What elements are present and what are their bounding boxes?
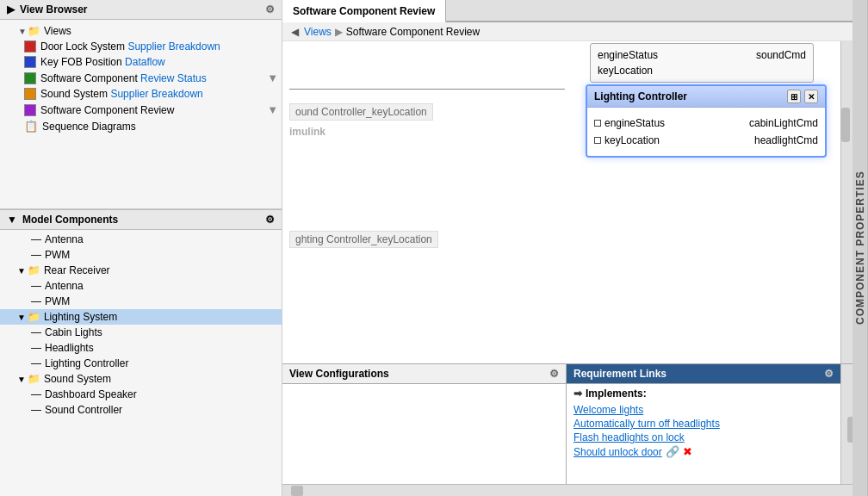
folder-icon-sound: 📁 xyxy=(28,373,40,385)
port-cabinlightcmd: cabinLightCmd xyxy=(749,115,818,132)
expand-sound-icon[interactable]: ▼ xyxy=(17,375,26,384)
upper-location-label: ound Controller_keyLocation xyxy=(289,103,433,121)
canvas-scrollbar-right[interactable] xyxy=(840,41,852,363)
left-panel: ▶ View Browser ⚙ ▼ 📁 Views Door Lock Sys… xyxy=(0,0,282,496)
upper-canvas-box: engineStatus keyLocation soundCmd xyxy=(590,43,814,83)
view-item-sound[interactable]: Sound System Supplier Breakdown xyxy=(0,86,282,102)
breadcrumb-views[interactable]: Views xyxy=(304,26,332,38)
model-item-lighting-system[interactable]: ▼ 📁 Lighting System xyxy=(0,309,282,325)
file-icon-pwm2: — xyxy=(31,295,41,307)
view-item-scr[interactable]: Software Component Review ▼ xyxy=(0,102,282,118)
model-label-pwm1: PWM xyxy=(45,249,70,261)
req-link-auto-headlights-text[interactable]: Automatically turn off headlights xyxy=(574,418,720,430)
port-dot-enginestatus xyxy=(594,120,601,127)
views-tree: ▼ 📁 Views Door Lock System Supplier Brea… xyxy=(0,20,282,209)
req-link-welcome-text[interactable]: Welcome lights xyxy=(574,404,643,416)
views-folder-icon: 📁 xyxy=(28,25,40,37)
view-browser-header: ▶ View Browser ⚙ xyxy=(0,0,282,20)
model-label-rear-receiver: Rear Receiver xyxy=(44,264,110,276)
delete-icon-unlock[interactable]: ✖ xyxy=(683,445,692,458)
model-item-sound-controller[interactable]: — Sound Controller xyxy=(0,402,282,418)
tab-scr[interactable]: Software Component Review xyxy=(282,0,446,22)
port-dot-keylocation xyxy=(594,137,601,144)
req-links-header: Requirement Links ⚙ xyxy=(567,364,840,384)
model-label-sound-controller: Sound Controller xyxy=(45,404,122,416)
model-item-rear-receiver[interactable]: ▼ 📁 Rear Receiver xyxy=(0,263,282,278)
model-label-lighting-system: Lighting System xyxy=(44,311,117,323)
lighting-close-btn[interactable]: ✕ xyxy=(804,90,818,103)
req-link-unlock: Should unlock door 🔗 ✖ xyxy=(574,444,834,459)
model-item-sound-system[interactable]: ▼ 📁 Sound System xyxy=(0,371,282,387)
model-item-dashboard[interactable]: — Dashboard Speaker xyxy=(0,387,282,402)
model-item-pwm2[interactable]: — PWM xyxy=(0,294,282,309)
req-links-gear[interactable]: ⚙ xyxy=(824,368,834,380)
expand-views[interactable]: ▼ xyxy=(17,27,28,36)
model-label-antenna1: Antenna xyxy=(45,233,84,245)
model-item-headlights[interactable]: — Headlights xyxy=(0,340,282,356)
view-config-gear[interactable]: ⚙ xyxy=(549,368,559,380)
views-root[interactable]: ▼ 📁 Views xyxy=(0,23,282,39)
view-item-doorlock[interactable]: Door Lock System Supplier Breakdown xyxy=(0,39,282,54)
view-item-scr-status[interactable]: Software Component Review Status ▼ xyxy=(0,70,282,86)
port-headlightcmd: headlightCmd xyxy=(749,132,818,149)
folder-icon-rear: 📁 xyxy=(28,264,40,276)
model-components-title: Model Components xyxy=(22,214,118,226)
model-item-antenna1[interactable]: — Antenna xyxy=(0,232,282,247)
expand-model-icon[interactable]: ▼ xyxy=(7,214,17,226)
expand-rear-icon[interactable]: ▼ xyxy=(17,266,26,276)
wire-upper xyxy=(289,89,565,90)
lighting-controller-box[interactable]: Lighting Controller ⊞ ✕ engineStatus key… xyxy=(586,84,827,158)
req-link-welcome: Welcome lights xyxy=(574,403,834,417)
component-properties-sidebar[interactable]: COMPONENT PROPERTIES xyxy=(852,0,868,496)
file-icon-sc: — xyxy=(31,404,41,416)
view-label-scr-status: Software Component Review Status xyxy=(40,72,207,84)
model-label-headlights: Headlights xyxy=(45,342,94,354)
lighting-headlightcmd-label: headlightCmd xyxy=(754,134,818,146)
model-gear-icon[interactable]: ⚙ xyxy=(265,214,275,226)
color-box-keyfob xyxy=(24,56,36,68)
lighting-location-text: ghting Controller_keyLocation xyxy=(295,233,432,245)
upper-box-ports: engineStatus keyLocation soundCmd xyxy=(591,44,813,82)
upper-ports-right: soundCmd xyxy=(756,47,806,78)
file-icon-pwm1: — xyxy=(31,249,41,261)
view-config-content xyxy=(282,384,566,484)
file-icon-dashboard: — xyxy=(31,388,41,400)
simulink-label: imulink xyxy=(289,124,326,138)
expand-lighting-icon[interactable]: ▼ xyxy=(17,313,26,322)
view-label-seq: Sequence Diagrams xyxy=(42,121,136,133)
lighting-box-ports: engineStatus keyLocation cabinLightCmd h… xyxy=(587,108,825,156)
view-browser-title: View Browser xyxy=(20,3,87,16)
gear-icon[interactable]: ⚙ xyxy=(265,3,275,16)
h-scroll-thumb[interactable] xyxy=(291,486,303,496)
scrollbar-thumb[interactable] xyxy=(841,108,850,142)
model-item-antenna2[interactable]: — Antenna xyxy=(0,278,282,294)
model-label-pwm2: PWM xyxy=(45,295,70,307)
upper-keylocation-label: keyLocation xyxy=(598,65,653,77)
horizontal-scrollbar[interactable] xyxy=(282,484,852,496)
link-icon-unlock[interactable]: 🔗 xyxy=(666,445,679,458)
req-links-content: ➡ Implements: Welcome lights Automatical… xyxy=(567,384,840,484)
bottom-scrollbar-right[interactable] xyxy=(840,364,852,484)
model-item-pwm1[interactable]: — PWM xyxy=(0,247,282,263)
nav-back-icon[interactable]: ◀ xyxy=(289,24,301,40)
lighting-ports-right: cabinLightCmd headlightCmd xyxy=(749,115,818,149)
color-box-scr xyxy=(24,72,36,84)
lighting-expand-btn[interactable]: ⊞ xyxy=(787,90,801,103)
req-link-flash-text[interactable]: Flash headlights on lock xyxy=(574,431,685,443)
req-link-unlock-text[interactable]: Should unlock door xyxy=(574,446,662,458)
view-item-keyfob[interactable]: Key FOB Position Dataflow xyxy=(0,54,282,70)
view-item-seq[interactable]: 📋 Sequence Diagrams xyxy=(0,118,282,134)
filter-icon-scr2[interactable]: ▼ xyxy=(267,103,278,116)
req-link-flash: Flash headlights on lock xyxy=(574,431,834,444)
color-box-scr2 xyxy=(24,104,36,116)
port-keylocation-lighting: keyLocation xyxy=(594,132,665,149)
filter-icon-scr[interactable]: ▼ xyxy=(267,71,278,84)
model-item-cabin-lights[interactable]: — Cabin Lights xyxy=(0,325,282,340)
model-label-antenna2: Antenna xyxy=(45,280,84,292)
breadcrumb-sep: ▶ xyxy=(335,26,343,38)
expand-icon[interactable]: ▶ xyxy=(7,3,15,16)
canvas-area: engineStatus keyLocation soundCmd ound C… xyxy=(282,41,852,363)
model-item-lighting-controller[interactable]: — Lighting Controller xyxy=(0,356,282,371)
port-keylocation-upper: keyLocation xyxy=(598,63,658,78)
simulink-text: imulink xyxy=(289,126,326,138)
